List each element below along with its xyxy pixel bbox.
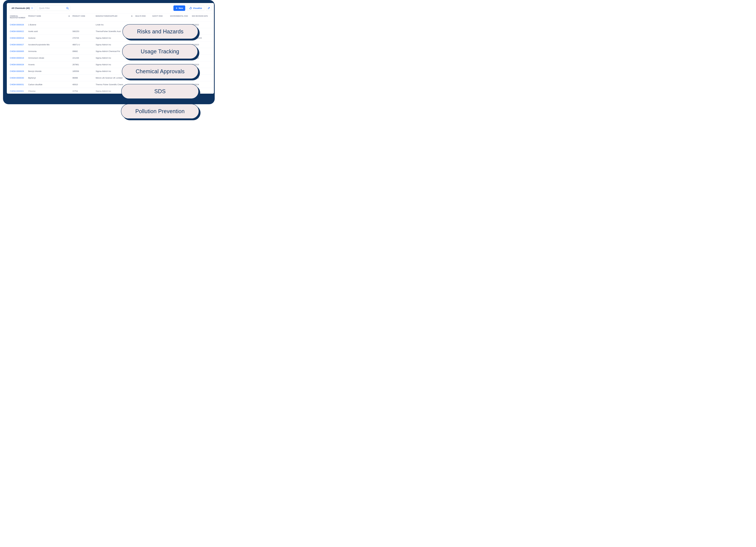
visualize-button-label: Visualize [193, 7, 202, 9]
column-header[interactable]: MANUFACTURER/SUPPLIER [95, 13, 134, 21]
column-header[interactable]: HEALTH RISK [134, 13, 151, 21]
column-header-label: CHEMICAL REGISTER NUMBER [10, 15, 25, 19]
product-name-cell: Acetone [27, 35, 71, 41]
new-button[interactable]: New [173, 5, 185, 11]
product-code-cell [71, 21, 95, 28]
product-name-cell: 1-Butene [27, 21, 71, 28]
register-number-link[interactable]: CHEM-0000018 [7, 35, 27, 41]
feature-pill-label: Risks and Hazards [137, 28, 183, 35]
search-icon [66, 7, 69, 9]
quick-filter [37, 5, 70, 11]
feature-pill: Chemical Approvals [122, 64, 198, 79]
register-number-link[interactable]: CHEM-0000022 [7, 28, 27, 35]
feature-pill: Risks and Hazards [122, 24, 198, 39]
quick-filter-input[interactable] [37, 5, 70, 11]
settings-button[interactable] [206, 5, 212, 11]
column-header[interactable]: ENVIRONMENTAL RISK [169, 13, 191, 21]
column-header[interactable]: CHEMICAL REGISTER NUMBER [7, 13, 27, 21]
column-header-label: PRODUCT NAME [28, 15, 41, 17]
column-header[interactable]: SDS REVISION DATE [191, 13, 214, 21]
product-code-cell: 221244 [71, 55, 95, 61]
chevron-down-icon [31, 7, 33, 9]
product-name-cell: Ammonia [27, 48, 71, 55]
product-name-cell: Acetic acid [27, 28, 71, 35]
product-name-cell: Arsenic [27, 61, 71, 68]
register-number-link[interactable]: CHEM-0000030 [7, 75, 27, 81]
sort-asc-icon [68, 16, 70, 16]
product-name-cell: Chlorine [27, 88, 71, 94]
table-header-row: CHEMICAL REGISTER NUMBERPRODUCT NAMEPROD… [7, 13, 214, 21]
product-code-cell: 46871-U [71, 41, 95, 48]
register-number-link[interactable]: CHEM-0000005 [7, 48, 27, 55]
register-number-link[interactable]: CHEM-0000028 [7, 61, 27, 68]
wrench-icon [208, 7, 210, 9]
product-code-cell: 267961 [71, 61, 95, 68]
product-code-cell: 270725 [71, 35, 95, 41]
new-button-label: New [179, 7, 183, 9]
pie-chart-icon [189, 7, 192, 9]
feature-pill: SDS [121, 84, 199, 99]
feature-pill-label: Usage Tracking [141, 48, 179, 55]
product-name-cell: Ammonium nitrate [27, 55, 71, 61]
product-name-cell: Biphenyl [27, 75, 71, 81]
column-header[interactable]: SAFETY RISK [151, 13, 169, 21]
product-code-cell: 185558 [71, 68, 95, 75]
feature-pill-label: Pollution Prevention [135, 108, 185, 115]
product-code-cell: 96996 [71, 75, 95, 81]
feature-pill-label: Chemical Approvals [136, 68, 185, 75]
product-code-cell: 22754 [71, 88, 95, 94]
column-header-label: SAFETY RISK [152, 15, 163, 17]
product-name-cell: Carbon disulfide [27, 81, 71, 88]
product-name-cell: Benzyl chloride [27, 68, 71, 75]
svg-line-1 [68, 9, 68, 9]
column-header[interactable]: PRODUCT CODE [71, 13, 95, 21]
column-header-label: MANUFACTURER/SUPPLIER [96, 15, 117, 17]
visualize-button[interactable]: Visualize [187, 5, 204, 11]
product-name-cell: Acrolein/Acrylonitrile Mix [27, 41, 71, 48]
stage: All Chemicals (40) New [0, 0, 224, 127]
toolbar: All Chemicals (40) New [7, 5, 214, 13]
column-header[interactable]: PRODUCT NAME [27, 13, 71, 21]
register-number-link[interactable]: CHEM-0000019 [7, 55, 27, 61]
column-header-label: SDS REVISION DATE [192, 15, 208, 17]
register-number-link[interactable]: CHEM-0000001 [7, 88, 27, 94]
product-code-cell: 40910 [71, 81, 95, 88]
register-number-link[interactable]: CHEM-0000031 [7, 81, 27, 88]
view-dropdown-label: All Chemicals (40) [11, 7, 30, 9]
register-number-link[interactable]: CHEM-0000029 [7, 68, 27, 75]
register-number-link[interactable]: CHEM-0000027 [7, 41, 27, 48]
feature-pill: Usage Tracking [122, 44, 198, 59]
view-dropdown[interactable]: All Chemicals (40) [9, 5, 35, 11]
column-header-label: HEALTH RISK [135, 15, 146, 17]
feature-pill: Pollution Prevention [121, 104, 199, 119]
plus-icon [176, 7, 178, 9]
column-header-label: PRODUCT CODE [72, 15, 85, 17]
register-number-link[interactable]: CHEM-0000026 [7, 21, 27, 28]
product-code-cell: 09682 [71, 48, 95, 55]
column-header-label: ENVIRONMENTAL RISK [170, 15, 188, 17]
sort-asc-icon [131, 16, 132, 16]
feature-pill-label: SDS [154, 88, 166, 95]
product-code-cell: S60253 [71, 28, 95, 35]
